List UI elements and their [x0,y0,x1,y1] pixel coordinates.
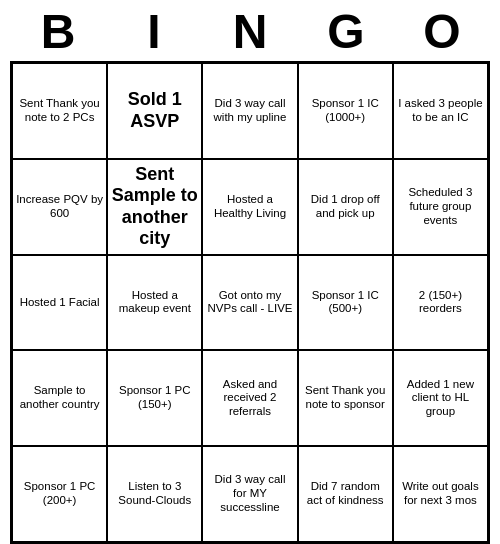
bingo-cell-6: Sent Sample to another city [107,159,202,255]
bingo-grid: Sent Thank you note to 2 PCsSold 1 ASVPD… [10,61,490,544]
bingo-cell-9: Scheduled 3 future group events [393,159,488,255]
bingo-cell-21: Listen to 3 Sound-Clouds [107,446,202,542]
bingo-cell-23: Did 7 random act of kindness [298,446,393,542]
title-i: I [110,4,198,59]
bingo-cell-20: Sponsor 1 PC (200+) [12,446,107,542]
bingo-cell-10: Hosted 1 Facial [12,255,107,351]
bingo-cell-15: Sample to another country [12,350,107,446]
bingo-cell-13: Sponsor 1 IC (500+) [298,255,393,351]
bingo-cell-12: Got onto my NVPs call - LIVE [202,255,297,351]
bingo-cell-16: Sponsor 1 PC (150+) [107,350,202,446]
bingo-cell-4: I asked 3 people to be an IC [393,63,488,159]
bingo-cell-5: Increase PQV by 600 [12,159,107,255]
title-o: O [398,4,486,59]
bingo-cell-7: Hosted a Healthy Living [202,159,297,255]
bingo-cell-0: Sent Thank you note to 2 PCs [12,63,107,159]
bingo-cell-11: Hosted a makeup event [107,255,202,351]
bingo-cell-18: Sent Thank you note to sponsor [298,350,393,446]
bingo-cell-2: Did 3 way call with my upline [202,63,297,159]
title-b: B [14,4,102,59]
bingo-cell-3: Sponsor 1 IC (1000+) [298,63,393,159]
bingo-title: B I N G O [10,0,490,61]
title-g: G [302,4,390,59]
bingo-cell-17: Asked and received 2 referrals [202,350,297,446]
bingo-cell-1: Sold 1 ASVP [107,63,202,159]
bingo-cell-19: Added 1 new client to HL group [393,350,488,446]
title-n: N [206,4,294,59]
bingo-cell-14: 2 (150+) reorders [393,255,488,351]
bingo-cell-24: Write out goals for next 3 mos [393,446,488,542]
bingo-cell-22: Did 3 way call for MY successline [202,446,297,542]
bingo-cell-8: Did 1 drop off and pick up [298,159,393,255]
